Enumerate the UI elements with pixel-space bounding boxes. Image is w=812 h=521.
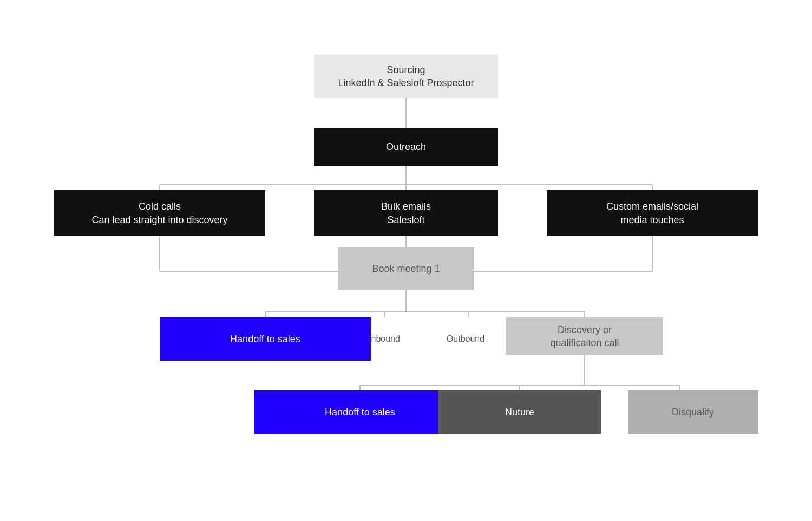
inbound-label-node: Inbound [355,317,414,361]
disqualify-node: Disqualify [628,390,758,434]
outbound-label: Outbound [447,333,484,345]
handoff-sales-2-node: Handoff to sales [254,390,466,434]
outreach-label: Outreach [386,140,426,153]
flowchart-diagram: Sourcing LinkedIn & Salesloft Prospector… [54,22,758,499]
cold-calls-label: Cold calls Can lead straight into discov… [91,200,227,226]
nuture-label: Nuture [505,406,534,419]
custom-emails-label: Custom emails/social media touches [606,200,698,226]
bulk-emails-label: Bulk emails Salesloft [381,200,431,226]
book-meeting-label: Book meeting 1 [372,262,440,275]
custom-emails-node: Custom emails/social media touches [547,190,758,236]
book-meeting-node: Book meeting 1 [338,247,474,290]
bulk-emails-node: Bulk emails Salesloft [314,190,498,236]
discovery-node: Discovery or qualificaiton call [506,317,663,355]
discovery-label: Discovery or qualificaiton call [550,323,619,350]
sourcing-node: Sourcing LinkedIn & Salesloft Prospector [314,55,498,98]
handoff-sales-1-node: Handoff to sales [160,317,371,361]
handoff2-label: Handoff to sales [325,406,395,419]
outreach-node: Outreach [314,128,498,166]
nuture-node: Nuture [438,390,601,434]
inbound-label: Inbound [369,333,400,345]
disqualify-label: Disqualify [672,406,714,419]
sourcing-label: Sourcing LinkedIn & Salesloft Prospector [338,63,474,90]
handoff1-label: Handoff to sales [230,333,300,346]
outbound-label-node: Outbound [433,317,498,361]
cold-calls-node: Cold calls Can lead straight into discov… [54,190,265,236]
